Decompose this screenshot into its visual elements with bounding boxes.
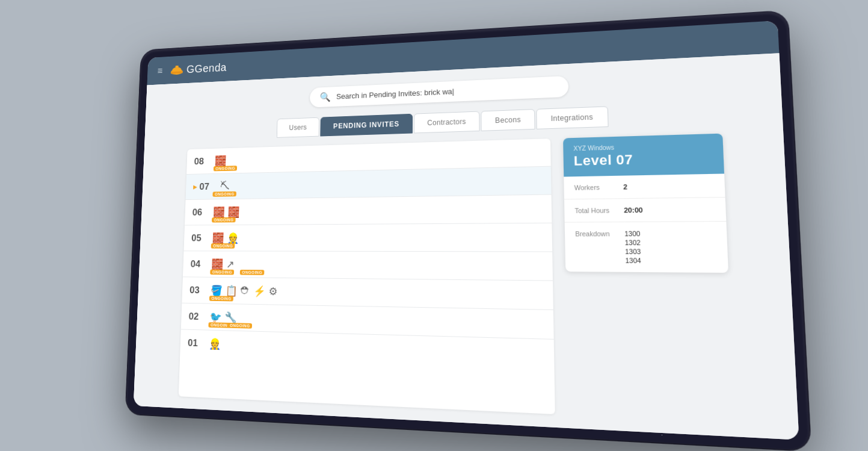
detail-breakdown-row: Breakdown 1300 1302 1303 1304: [564, 221, 728, 272]
svg-rect-2: [175, 65, 178, 69]
table-row[interactable]: 06 🧱 🧱 ONGOING: [185, 194, 552, 225]
worker-icon: 👷: [227, 231, 239, 244]
detail-title: Level 07: [573, 149, 712, 169]
lightning-icon: ⚡: [253, 284, 265, 297]
status-badge: ONGOING: [213, 166, 237, 171]
status-badge: ONGOING: [212, 191, 236, 196]
detail-header: XYZ Windows Level 07: [563, 133, 724, 176]
detail-panel: XYZ Windows Level 07 Workers 2 Total Hou…: [563, 133, 728, 272]
status-badge-2: ONGOING: [239, 269, 264, 275]
status-badge: ONGOING: [209, 296, 233, 301]
bird-icon: 🐦: [209, 310, 221, 323]
breakdown-label: Breakdown: [575, 229, 624, 237]
breakdown-item-3: 1303: [624, 247, 640, 255]
brick-icon: 🧱: [214, 154, 226, 167]
clipboard-icon: 📋: [225, 284, 237, 297]
breakdown-item-4: 1304: [625, 257, 641, 264]
level-number: 01: [187, 337, 205, 349]
workers-label: Workers: [574, 183, 623, 191]
helmet-icon: ⛑: [240, 284, 250, 296]
content-area: 08 🧱 ONGOING ▶ 07 ⛏: [178, 133, 734, 423]
device-wrapper: ≡ GGenda: [103, 27, 765, 425]
search-icon: 🔍: [319, 91, 331, 102]
tab-contractors[interactable]: Contractors: [413, 111, 479, 133]
wrench-icon: 🔧: [224, 311, 236, 324]
level-number: 08: [194, 155, 211, 167]
tools-icon: ⛏: [220, 180, 229, 192]
logo-area: GGenda: [169, 60, 226, 76]
play-icon: ▶: [193, 184, 197, 190]
hamburger-icon[interactable]: ≡: [157, 65, 162, 76]
level-icons: 👷: [208, 337, 220, 350]
status-badge-2: ONGOING: [227, 322, 252, 328]
level-number: 02: [188, 310, 206, 322]
status-badge: ONGOING: [210, 269, 234, 275]
main-content: 🔍 Search in Pending Invites: brick wa| U…: [133, 53, 799, 440]
search-container: 🔍 Search in Pending Invites: brick wa|: [309, 75, 568, 107]
detail-body: Workers 2 Total Hours 20:00 Breakdown 13…: [564, 173, 728, 273]
level-icons: 🧱 👷: [212, 231, 239, 244]
hours-label: Total Hours: [574, 206, 624, 214]
levels-list: 08 🧱 ONGOING ▶ 07 ⛏: [178, 138, 555, 414]
tab-integrations[interactable]: Integrations: [536, 106, 608, 129]
workers-value: 2: [623, 183, 627, 191]
app-name: GGenda: [186, 61, 226, 75]
worker-icon: 👷: [208, 337, 220, 350]
tabs-container: Users PENDING INVITES Contractors Becons…: [239, 104, 654, 138]
gear-icon: ⚙: [268, 284, 277, 297]
level-icons: 🧱: [214, 154, 226, 167]
brick-icon: 🧱: [211, 258, 223, 270]
bucket-icon: 🪣: [210, 284, 222, 296]
level-number: 07: [199, 181, 216, 192]
logo-icon: [169, 63, 183, 76]
table-row[interactable]: 04 🧱 ↗ ONGOING ONGOING: [182, 251, 552, 281]
tab-users[interactable]: Users: [276, 117, 319, 137]
level-number: 03: [189, 284, 206, 296]
level-number: 04: [190, 258, 207, 269]
level-icons: ⛏: [220, 180, 229, 192]
table-row[interactable]: 05 🧱 👷 ONGOING: [183, 223, 552, 252]
level-icons: 🧱 ↗: [211, 258, 235, 270]
level-number: 05: [191, 232, 208, 243]
device: ≡ GGenda: [126, 11, 810, 450]
breakdown-item-1: 1300: [624, 229, 640, 237]
level-icons: 🧱 🧱: [213, 205, 239, 218]
status-badge: ONGOING: [211, 243, 235, 249]
arrow-icon: ↗: [226, 258, 234, 270]
detail-hours-row: Total Hours 20:00: [564, 198, 725, 223]
detail-workers-row: Workers 2: [564, 173, 725, 199]
brick-icon: 🧱: [212, 231, 224, 244]
screen: ≡ GGenda: [133, 20, 799, 440]
breakdown-item-2: 1302: [624, 238, 640, 246]
search-bar[interactable]: 🔍 Search in Pending Invites: brick wa|: [309, 75, 568, 107]
brick-icon: 🧱: [213, 205, 225, 218]
tab-becons[interactable]: Becons: [481, 108, 535, 131]
hours-value: 20:00: [624, 206, 643, 214]
tab-pending-invites[interactable]: PENDING INVITES: [320, 113, 412, 136]
brick-icon-2: 🧱: [227, 205, 239, 218]
status-badge: ONGOING: [212, 217, 236, 222]
breakdown-values: 1300 1302 1303 1304: [624, 229, 641, 264]
level-icons: 🐦 🔧: [209, 310, 236, 323]
level-number: 06: [192, 207, 209, 218]
search-text: Search in Pending Invites: brick wa|: [336, 87, 454, 101]
